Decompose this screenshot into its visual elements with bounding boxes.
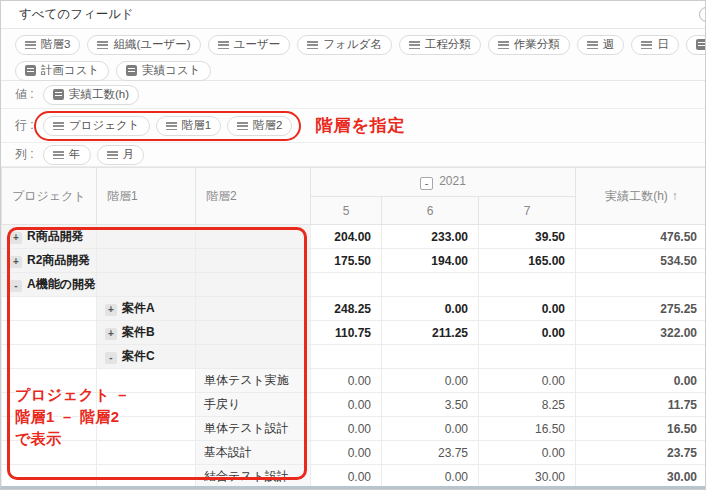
row-label: 案件C — [122, 349, 155, 363]
field-chip-作業分類[interactable]: 作業分類 — [488, 35, 570, 55]
field-chip-年[interactable]: 年 — [43, 145, 91, 165]
field-chip-label: 実績コスト — [142, 63, 200, 78]
rows-callout-text: 階層を指定 — [315, 114, 405, 137]
value-cell — [311, 345, 382, 369]
total-cell: 534.50 — [576, 249, 706, 273]
rows-chips: プロジェクト階層1階層2 — [43, 116, 292, 136]
value-cell: 248.25 — [311, 297, 382, 321]
collapse-panel-icon[interactable] — [699, 7, 706, 22]
value-cell: 0.00 — [382, 465, 479, 489]
field-chip-label: 実績工数(h) — [69, 87, 129, 102]
field-chip-label: ユーザー — [234, 37, 281, 52]
expand-icon[interactable]: + — [10, 256, 22, 268]
header-actual-hours-sort[interactable]: 実績工数(h)↑ — [576, 168, 706, 225]
value-cell — [382, 345, 479, 369]
field-chip-label: 階層3 — [41, 37, 70, 52]
value-cell: 3.50 — [382, 393, 479, 417]
row-label-spacer — [2, 369, 97, 393]
expand-icon[interactable]: + — [105, 328, 117, 340]
field-chip-日[interactable]: 日 — [631, 35, 679, 55]
field-chip-実績コスト[interactable]: 実績コスト — [116, 61, 210, 81]
field-chip-工程分類[interactable]: 工程分類 — [399, 35, 481, 55]
value-cell: 30.00 — [479, 465, 576, 489]
row-label-spacer — [2, 441, 97, 465]
collapse-year-icon[interactable]: - — [420, 177, 433, 190]
row-label-spacer — [97, 249, 196, 273]
measure-field-icon — [53, 89, 64, 100]
row-label-spacer — [196, 297, 311, 321]
row-label-spacer — [196, 249, 311, 273]
value-cell: 0.00 — [479, 297, 576, 321]
field-chip-label: 日 — [657, 37, 669, 52]
row-label-cell: 結合テスト設計 — [196, 465, 311, 489]
row-label: 案件B — [122, 325, 155, 339]
value-cell: 211.25 — [382, 321, 479, 345]
values-label: 値 : — [15, 86, 43, 103]
row-label-spacer — [97, 225, 196, 249]
field-chip-階層1[interactable]: 階層1 — [156, 116, 221, 136]
total-cell: 16.50 — [576, 417, 706, 441]
field-chip-フォルダ名[interactable]: フォルダ名 — [297, 35, 392, 55]
field-chip-計画コスト[interactable]: 計画コスト — [15, 61, 109, 81]
table-row: 基本設計0.0023.750.0023.75 — [2, 441, 707, 465]
field-chip-プロジェクト[interactable]: プロジェクト — [43, 116, 150, 136]
columns-chips: 年月 — [43, 145, 144, 165]
row-label: 案件A — [122, 301, 155, 315]
measure-field-icon — [126, 65, 137, 76]
row-label: 基本設計 — [204, 445, 252, 459]
header-month-6: 6 — [382, 197, 479, 225]
value-cell — [311, 273, 382, 297]
header-month-5: 5 — [311, 197, 382, 225]
field-chip-label: 作業分類 — [514, 37, 560, 52]
field-chip-実績工数(h)[interactable]: 実績工数(h) — [43, 85, 139, 105]
value-cell — [479, 345, 576, 369]
collapse-icon[interactable]: - — [10, 280, 22, 292]
field-chip-label: 工程分類 — [425, 37, 471, 52]
field-chip-計画工数(h)[interactable]: 計画工数(h) — [686, 35, 706, 55]
field-chip-label: 年 — [69, 147, 81, 162]
columns-section: 列 : 年月 — [1, 143, 705, 167]
field-chip-週[interactable]: 週 — [577, 35, 625, 55]
expand-icon[interactable]: + — [10, 232, 22, 244]
table-row: 手戻り0.003.508.2511.75 — [2, 393, 707, 417]
value-cell: 0.00 — [479, 369, 576, 393]
field-chip-月[interactable]: 月 — [97, 145, 145, 165]
field-chip-ユーザー[interactable]: ユーザー — [208, 35, 291, 55]
horizontal-scrollbar[interactable] — [1, 486, 705, 489]
table-row: +R商品開発204.00233.0039.50476.50 — [2, 225, 707, 249]
row-label: R2商品開発 — [27, 253, 90, 267]
collapse-icon[interactable]: - — [105, 352, 117, 364]
total-cell — [576, 273, 706, 297]
total-cell: 23.75 — [576, 441, 706, 465]
value-cell: 0.00 — [382, 417, 479, 441]
value-cell: 0.00 — [311, 417, 382, 441]
header-month-7: 7 — [479, 197, 576, 225]
panel-title: すべてのフィールド — [19, 7, 134, 21]
value-cell: 16.50 — [479, 417, 576, 441]
value-cell: 23.75 — [382, 441, 479, 465]
row-label-spacer — [2, 297, 97, 321]
value-cell: 204.00 — [311, 225, 382, 249]
available-fields-area: 階層3組織(ユーザー)ユーザーフォルダ名工程分類作業分類週日計画工数(h) 計画… — [1, 29, 705, 81]
header-level1: 階層1 — [97, 168, 196, 225]
row-label-cell: +案件B — [97, 321, 196, 345]
expand-icon[interactable]: + — [105, 304, 117, 316]
value-cell: 8.25 — [479, 393, 576, 417]
value-cell: 175.50 — [311, 249, 382, 273]
total-cell: 322.00 — [576, 321, 706, 345]
field-chip-label: 週 — [603, 37, 615, 52]
columns-label: 列 : — [15, 146, 43, 163]
field-chip-組織(ユーザー)[interactable]: 組織(ユーザー) — [87, 35, 200, 55]
row-label-cell: +R2商品開発 — [2, 249, 97, 273]
table-row: 単体テスト設計0.000.0016.5016.50 — [2, 417, 707, 441]
row-label: A機能の開発 — [27, 277, 96, 291]
header-year-2021: -2021 — [311, 168, 576, 197]
value-cell: 233.00 — [382, 225, 479, 249]
row-label-spacer — [97, 465, 196, 489]
value-cell: 0.00 — [382, 297, 479, 321]
table-row: +案件B110.75211.250.00322.00 — [2, 321, 707, 345]
field-chip-階層3[interactable]: 階層3 — [15, 35, 80, 55]
pivot-table: プロジェクト 階層1 階層2 -2021 実績工数(h)↑ 567 +R商品開発… — [1, 167, 706, 489]
dimension-field-icon — [498, 41, 509, 49]
field-chip-階層2[interactable]: 階層2 — [227, 116, 292, 136]
